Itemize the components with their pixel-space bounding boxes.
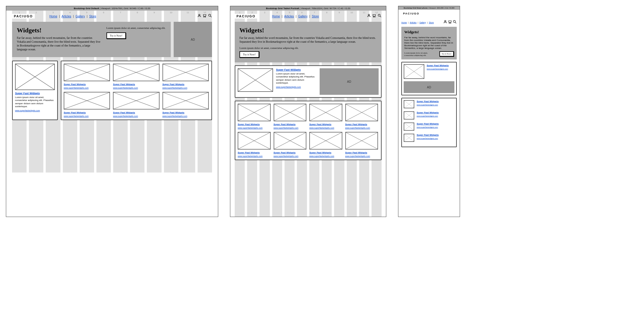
nav-home[interactable]: Home bbox=[50, 15, 58, 18]
nav-home[interactable]: Home bbox=[401, 21, 407, 24]
item-title-link[interactable]: Super Fast Widgets bbox=[64, 111, 110, 114]
search-icon[interactable] bbox=[453, 20, 457, 25]
nav-articles[interactable]: Articles bbox=[284, 15, 294, 18]
grid-item: Super Fast Widgetswww.superfastwidgets.c… bbox=[113, 64, 159, 89]
tablet-titlebar: Bootstrap Grid Tablet Portrait | Viewpor… bbox=[230, 6, 386, 11]
cta-button[interactable]: Try it Now! bbox=[239, 51, 259, 58]
item-url-link[interactable]: www.superfastwidgets.com bbox=[417, 126, 439, 128]
item-title-link[interactable]: Super Fast Widgets bbox=[417, 122, 439, 125]
hero-banner: Widgets! Far far away, behind the word m… bbox=[401, 27, 457, 59]
svg-point-42 bbox=[445, 20, 446, 22]
item-title-link[interactable]: Super Fast Widgets bbox=[238, 151, 271, 154]
placeholder-image bbox=[274, 132, 307, 150]
placeholder-image bbox=[15, 64, 55, 90]
item-url-link[interactable]: www.superfastwidgets.com bbox=[427, 68, 454, 70]
item-url-link[interactable]: www.superfastwidgets.com bbox=[162, 115, 209, 117]
item-url-link[interactable]: www.superfastwidgets.com bbox=[113, 115, 159, 117]
item-url-link[interactable]: www.superfastwidgets.com bbox=[309, 127, 342, 129]
list-item: Super Fast Widgetswww.superfastwidgets.c… bbox=[404, 100, 454, 108]
item-url-link[interactable]: www.superfastwidgets.com bbox=[238, 155, 271, 157]
nav-articles[interactable]: Articles bbox=[62, 15, 71, 18]
item-title-link[interactable]: Super Fast Widgets bbox=[274, 151, 307, 154]
hero-side-text: Lorem ipsum dolor sit amet, consectetur … bbox=[106, 26, 166, 29]
nav-bar: PACIUGO Home| Articles| Gallery| Store bbox=[12, 11, 212, 22]
item-title-link[interactable]: Super Fast Widgets bbox=[15, 92, 55, 95]
item-url-link[interactable]: www.superfastwidgets.com bbox=[417, 115, 439, 117]
item-title-link[interactable]: Super Fast Widgets bbox=[309, 151, 342, 154]
placeholder-image bbox=[404, 122, 414, 131]
item-url-link[interactable]: www.superfastwidgets.com bbox=[345, 155, 378, 157]
placeholder-image bbox=[309, 104, 342, 121]
placeholder-image bbox=[113, 64, 159, 81]
item-title-link[interactable]: Super Fast Widgets bbox=[162, 83, 209, 86]
item-title-link[interactable]: Super Fast Widgets bbox=[113, 111, 159, 114]
tablet-frame: Bootstrap Grid Tablet Portrait | Viewpor… bbox=[230, 6, 386, 217]
item-title-link[interactable]: Super Fast Widgets bbox=[238, 123, 271, 126]
item-url-link[interactable]: www.superfastwidgets.com bbox=[309, 155, 342, 157]
svg-point-19 bbox=[368, 14, 370, 16]
item-url-link[interactable]: www.superfastwidgets.com bbox=[64, 115, 110, 117]
cart-icon[interactable] bbox=[372, 14, 376, 19]
item-title-link[interactable]: Super Fast Widgets bbox=[345, 123, 378, 126]
placeholder-image bbox=[238, 68, 273, 92]
item-url-link[interactable]: www.superfastwidgets.com bbox=[64, 87, 110, 89]
feature-card: Super Fast Widgets www.superfastwidgets.… bbox=[401, 62, 457, 95]
cart-icon[interactable] bbox=[203, 14, 207, 19]
item-url-link[interactable]: www.superfastwidgets.com bbox=[238, 127, 271, 129]
item-title-link[interactable]: Super Fast Widgets bbox=[276, 68, 317, 71]
nav-gallery[interactable]: Gallery bbox=[419, 21, 426, 24]
placeholder-image bbox=[64, 92, 110, 110]
feature-card: Super Fast Widgets Lorem ipsum dolor sit… bbox=[12, 61, 58, 120]
nav-links: Home| Articles| Gallery| Store bbox=[50, 15, 96, 18]
cta-button[interactable]: Try it Now! bbox=[106, 32, 126, 39]
nav-gallery[interactable]: Gallery bbox=[298, 15, 308, 18]
item-title-link[interactable]: Super Fast Widgets bbox=[274, 123, 307, 126]
item-desc: Lorem ipsum dolor sit amet, consectetur … bbox=[276, 72, 317, 85]
cta-button[interactable]: Try it Now! bbox=[439, 51, 454, 57]
item-url-link[interactable]: www.superfastwidgets.com bbox=[162, 87, 209, 89]
cart-icon[interactable] bbox=[448, 20, 452, 25]
nav-store[interactable]: Store bbox=[312, 15, 319, 18]
item-title-link[interactable]: Super Fast Widgets bbox=[64, 83, 110, 86]
search-icon[interactable] bbox=[377, 14, 382, 19]
list-card: Super Fast Widgetswww.superfastwidgets.c… bbox=[401, 98, 457, 147]
item-title-link[interactable]: Super Fast Widgets bbox=[309, 123, 342, 126]
item-url-link[interactable]: www.superfastwidgets.com bbox=[15, 110, 55, 112]
hero-banner: Widgets! Far far away, behind the word m… bbox=[12, 22, 171, 57]
item-title-link[interactable]: Super Fast Widgets bbox=[345, 151, 378, 154]
item-title-link[interactable]: Super Fast Widgets bbox=[427, 64, 454, 67]
svg-point-43 bbox=[449, 23, 450, 24]
nav-gallery[interactable]: Gallery bbox=[75, 15, 85, 18]
item-title-link[interactable]: Super Fast Widgets bbox=[113, 83, 159, 86]
item-url-link[interactable]: www.superfastwidgets.com bbox=[417, 137, 439, 139]
ad-slot[interactable]: AD bbox=[174, 22, 212, 57]
item-title-link[interactable]: Super Fast Widgets bbox=[417, 100, 439, 103]
grid-item: Super Fast Widgetswww.superfastwidgets.c… bbox=[238, 104, 271, 129]
item-url-link[interactable]: www.superfastwidgets.com bbox=[274, 155, 307, 157]
nav-bar: PACIUGO Home| Articles| Gallery| Store bbox=[235, 11, 382, 22]
ad-slot[interactable]: AD bbox=[404, 81, 454, 93]
nav-home[interactable]: Home bbox=[272, 15, 280, 18]
nav-articles[interactable]: Articles bbox=[410, 21, 417, 24]
logo: PACIUGO bbox=[12, 14, 35, 19]
placeholder-image bbox=[238, 132, 271, 150]
item-title-link[interactable]: Super Fast Widgets bbox=[417, 134, 439, 136]
svg-line-23 bbox=[380, 16, 381, 17]
item-title-link[interactable]: Super Fast Widgets bbox=[162, 111, 209, 114]
search-icon[interactable] bbox=[208, 14, 212, 19]
nav-store[interactable]: Store bbox=[89, 15, 96, 18]
item-url-link[interactable]: www.superfastwidgets.com bbox=[417, 104, 439, 106]
grid-item: Super Fast Widgetswww.superfastwidgets.c… bbox=[309, 132, 342, 157]
item-url-link[interactable]: www.superfastwidgets.com bbox=[274, 127, 307, 129]
user-icon[interactable] bbox=[443, 20, 447, 25]
item-url-link[interactable]: www.superfastwidgets.com bbox=[345, 127, 378, 129]
ad-slot[interactable]: AD bbox=[320, 68, 379, 95]
user-icon[interactable] bbox=[367, 14, 371, 19]
item-url-link[interactable]: www.superfastwidgets.com bbox=[113, 87, 159, 89]
user-icon[interactable] bbox=[197, 14, 201, 19]
item-title-link[interactable]: Super Fast Widgets bbox=[417, 111, 439, 114]
item-url-link[interactable]: www.superfastwidgets.com bbox=[276, 86, 317, 88]
nav-store[interactable]: Store bbox=[429, 21, 434, 24]
nav-links: Home| Articles| Gallery| Store bbox=[401, 21, 434, 24]
svg-point-22 bbox=[378, 14, 380, 16]
